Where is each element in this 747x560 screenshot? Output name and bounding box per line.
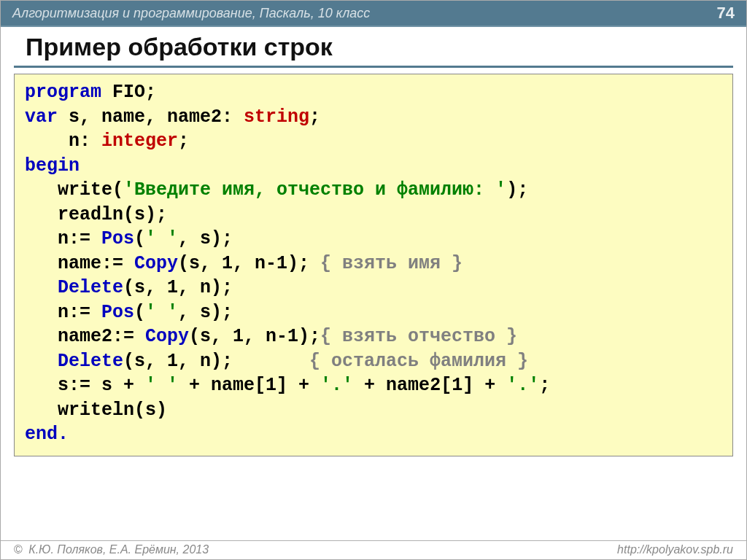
code-text: begin [25, 155, 80, 176]
code-text: , s); [178, 302, 233, 323]
copyright-icon: © [14, 543, 23, 556]
code-text: string [244, 106, 309, 128]
code-text: Delete [58, 351, 123, 372]
code-text: { осталась фамилия } [309, 351, 528, 372]
slide-header: Алгоритмизация и программирование, Паска… [1, 1, 746, 27]
page-number: 74 [717, 4, 735, 23]
code-text: Copy [145, 326, 189, 347]
code-text [25, 277, 58, 298]
code-text: Delete [58, 277, 123, 298]
code-text: readln(s); [25, 204, 167, 225]
code-text: Copy [134, 253, 178, 274]
code-text [25, 351, 58, 372]
code-text: (s, 1, n-1); [178, 253, 320, 274]
code-text: write( [25, 179, 123, 201]
code-text: ' ' [145, 302, 178, 323]
copyright-text: К.Ю. Поляков, Е.А. Ерёмин, 2013 [26, 543, 209, 556]
code-text: '.' [506, 375, 539, 396]
code-text: program [25, 82, 101, 103]
code-text: ; [178, 131, 189, 152]
code-text: (s, 1, n); [123, 351, 309, 372]
code-text: var [25, 106, 58, 128]
code-text: ); [506, 179, 528, 201]
code-text: FIO; [101, 82, 156, 103]
code-text: Pos [101, 228, 134, 249]
code-text: integer [101, 131, 178, 152]
code-text: { взять отчество } [320, 326, 517, 347]
content-area: program FIO; var s, name, name2: string;… [1, 68, 746, 559]
code-text: Pos [101, 302, 134, 323]
code-text: ' ' [145, 228, 178, 249]
code-text: ( [134, 302, 145, 323]
code-text: s, name, name2: [58, 106, 244, 128]
footer-url: http://kpolyakov.spb.ru [617, 543, 733, 556]
code-text: 'Введите имя, отчество и фамилию: ' [123, 179, 506, 201]
slide-title: Пример обработки строк [1, 27, 746, 66]
code-text: (s, 1, n); [123, 277, 233, 298]
code-text: + name2[1] + [353, 375, 506, 396]
code-text: ; [539, 375, 550, 396]
code-text: n: [25, 131, 101, 152]
code-text: n:= [25, 302, 101, 323]
code-text: ; [309, 106, 320, 128]
code-text: (s, 1, n-1); [189, 326, 320, 347]
code-block: program FIO; var s, name, name2: string;… [14, 74, 733, 456]
code-text: + name[1] + [178, 375, 320, 396]
code-text: ' ' [145, 375, 178, 396]
code-text: name2:= [25, 326, 145, 347]
slide-footer: © К.Ю. Поляков, Е.А. Ерёмин, 2013 http:/… [1, 540, 746, 559]
code-text: s:= s + [25, 375, 145, 396]
code-text: ( [134, 228, 145, 249]
code-text: name:= [25, 253, 134, 274]
code-text: writeln(s) [25, 400, 167, 421]
code-text: end. [25, 424, 69, 445]
copyright: © К.Ю. Поляков, Е.А. Ерёмин, 2013 [14, 543, 209, 556]
code-text: '.' [320, 375, 353, 396]
course-label: Алгоритмизация и программирование, Паска… [12, 6, 370, 21]
code-text: { взять имя } [320, 253, 462, 274]
code-text: n:= [25, 228, 101, 249]
code-text: , s); [178, 228, 233, 249]
slide: Алгоритмизация и программирование, Паска… [0, 0, 747, 560]
